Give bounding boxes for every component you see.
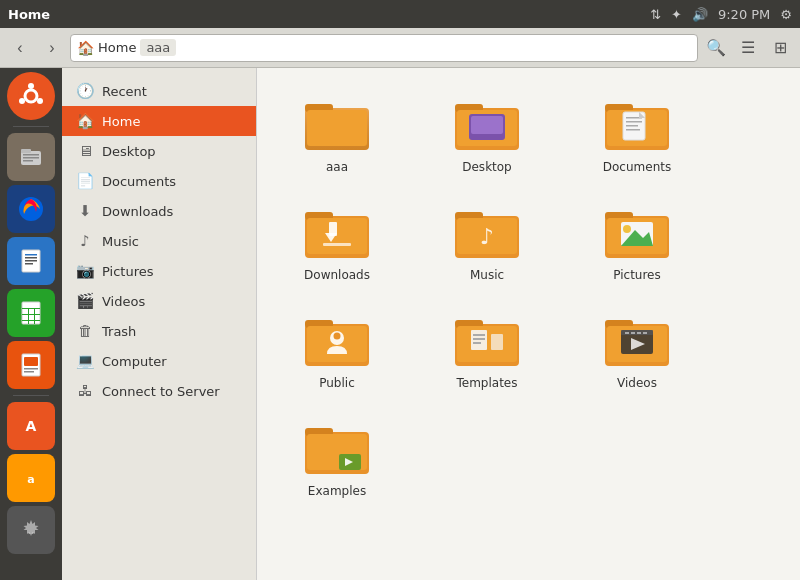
- grid-view-button[interactable]: ⊞: [766, 34, 794, 62]
- videos-icon: 🎬: [76, 292, 94, 310]
- folder-public-icon: [301, 308, 373, 372]
- svg-rect-21: [22, 320, 40, 321]
- folder-aaa-icon: [301, 92, 373, 156]
- svg-rect-14: [25, 260, 37, 262]
- folder-aaa[interactable]: aaa: [277, 84, 397, 182]
- launcher-impress[interactable]: [7, 341, 55, 389]
- folder-desktop[interactable]: Desktop: [427, 84, 547, 182]
- svg-rect-17: [22, 308, 40, 309]
- sidebar-item-recent[interactable]: 🕐 Recent: [62, 76, 256, 106]
- folder-music[interactable]: ♪ Music: [427, 192, 547, 290]
- svg-point-72: [334, 333, 341, 340]
- svg-rect-18: [28, 308, 29, 324]
- svg-point-66: [623, 225, 631, 233]
- launcher-firefox[interactable]: [7, 185, 55, 233]
- sidebar-item-connect-server[interactable]: 🖧 Connect to Server: [62, 376, 256, 406]
- sidebar-item-videos-label: Videos: [102, 294, 145, 309]
- folder-desktop-label: Desktop: [462, 160, 512, 174]
- folder-public-label: Public: [319, 376, 355, 390]
- sidebar-item-documents[interactable]: 📄 Documents: [62, 166, 256, 196]
- home-location-label: Home: [98, 40, 136, 55]
- folder-downloads[interactable]: Downloads: [277, 192, 397, 290]
- recent-icon: 🕐: [76, 82, 94, 100]
- bluetooth-icon[interactable]: ✦: [671, 7, 682, 22]
- svg-rect-7: [23, 154, 39, 156]
- folder-public[interactable]: Public: [277, 300, 397, 398]
- toolbar-actions: 🔍 ☰ ⊞: [702, 34, 794, 62]
- sidebar-item-home-label: Home: [102, 114, 140, 129]
- sidebar-item-music[interactable]: ♪ Music: [62, 226, 256, 256]
- folder-videos[interactable]: Videos: [577, 300, 697, 398]
- svg-rect-77: [491, 334, 503, 350]
- computer-icon: 💻: [76, 352, 94, 370]
- breadcrumb-item: aaa: [140, 39, 176, 56]
- system-settings-icon[interactable]: ⚙: [780, 7, 792, 22]
- sidebar-item-downloads[interactable]: ⬇ Downloads: [62, 196, 256, 226]
- sidebar-item-pictures-label: Pictures: [102, 264, 153, 279]
- folder-desktop-icon: [451, 92, 523, 156]
- launcher-amazon[interactable]: a: [7, 454, 55, 502]
- trash-icon: 🗑: [76, 322, 94, 340]
- list-view-button[interactable]: ☰: [734, 34, 762, 62]
- folder-pictures-icon: [601, 200, 673, 264]
- forward-button[interactable]: ›: [38, 34, 66, 62]
- folder-videos-label: Videos: [617, 376, 657, 390]
- svg-rect-88: [637, 332, 641, 334]
- svg-text:♪: ♪: [480, 224, 494, 249]
- svg-rect-25: [24, 371, 34, 373]
- clock[interactable]: 9:20 PM: [718, 7, 770, 22]
- folder-examples[interactable]: Examples: [277, 408, 397, 506]
- sidebar-item-computer[interactable]: 💻 Computer: [62, 346, 256, 376]
- svg-rect-80: [473, 342, 481, 344]
- svg-rect-78: [473, 334, 485, 336]
- folder-aaa-label: aaa: [326, 160, 348, 174]
- window-title: Home: [8, 7, 50, 22]
- svg-rect-9: [23, 160, 33, 162]
- svg-rect-86: [625, 332, 629, 334]
- launcher-ubuntu[interactable]: [7, 72, 55, 120]
- svg-text:a: a: [27, 473, 34, 486]
- back-button[interactable]: ‹: [6, 34, 34, 62]
- svg-rect-40: [481, 134, 493, 137]
- home-folder-icon: 🏠: [77, 40, 94, 56]
- svg-rect-48: [626, 125, 638, 127]
- svg-rect-89: [643, 332, 647, 334]
- title-bar: Home ⇅ ✦ 🔊 9:20 PM ⚙: [0, 0, 800, 28]
- sort-icon[interactable]: ⇅: [650, 7, 661, 22]
- server-icon: 🖧: [76, 382, 94, 400]
- sidebar-item-trash[interactable]: 🗑 Trash: [62, 316, 256, 346]
- folder-pictures[interactable]: Pictures: [577, 192, 697, 290]
- svg-point-4: [19, 98, 25, 104]
- launcher-files[interactable]: [7, 133, 55, 181]
- svg-rect-49: [626, 129, 640, 131]
- sidebar-item-documents-label: Documents: [102, 174, 176, 189]
- sidebar-item-music-label: Music: [102, 234, 139, 249]
- svg-rect-47: [626, 121, 642, 123]
- sidebar-item-videos[interactable]: 🎬 Videos: [62, 286, 256, 316]
- folder-videos-icon: [601, 308, 673, 372]
- music-icon: ♪: [76, 232, 94, 250]
- launcher-settings[interactable]: [7, 506, 55, 554]
- sidebar-item-home[interactable]: 🏠 Home: [62, 106, 256, 136]
- sidebar-item-pictures[interactable]: 📷 Pictures: [62, 256, 256, 286]
- location-bar[interactable]: 🏠 Home aaa: [70, 34, 698, 62]
- search-button[interactable]: 🔍: [702, 34, 730, 62]
- toolbar: ‹ › 🏠 Home aaa 🔍 ☰ ⊞: [0, 28, 800, 68]
- svg-rect-13: [25, 257, 37, 259]
- folder-documents-icon: [601, 92, 673, 156]
- downloads-icon: ⬇: [76, 202, 94, 220]
- svg-rect-41: [477, 137, 497, 139]
- volume-icon[interactable]: 🔊: [692, 7, 708, 22]
- folder-documents[interactable]: Documents: [577, 84, 697, 182]
- launcher-writer[interactable]: [7, 237, 55, 285]
- folder-templates[interactable]: Templates: [427, 300, 547, 398]
- sidebar-item-recent-label: Recent: [102, 84, 147, 99]
- svg-text:A: A: [26, 418, 37, 434]
- svg-rect-15: [25, 263, 33, 265]
- svg-rect-57: [323, 243, 351, 246]
- launcher-appstore[interactable]: A: [7, 402, 55, 450]
- sidebar-item-desktop[interactable]: 🖥 Desktop: [62, 136, 256, 166]
- svg-rect-24: [24, 368, 38, 370]
- files-grid: aaa Deskt: [277, 84, 780, 506]
- launcher-calc[interactable]: [7, 289, 55, 337]
